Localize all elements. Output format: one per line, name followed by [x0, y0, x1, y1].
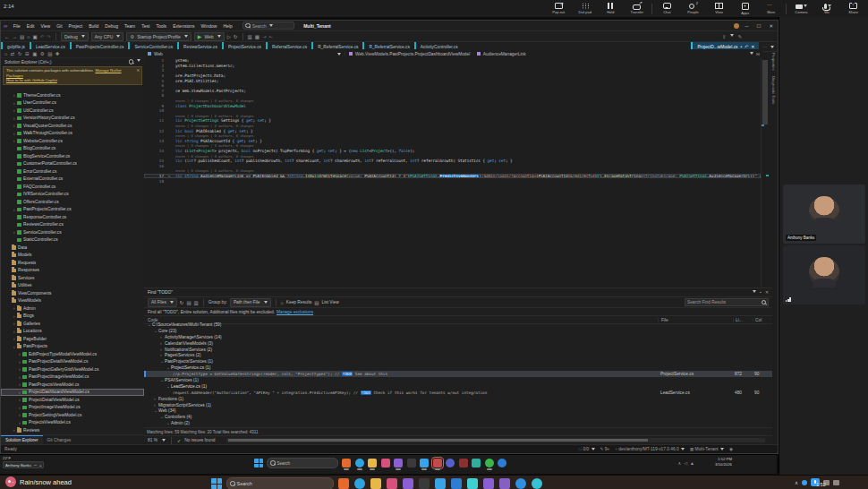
- solution-tree-item[interactable]: Services: [1, 274, 144, 282]
- shared-taskbar-weather[interactable]: 22°F Anthony Banks ─ +: [3, 456, 44, 468]
- dock-tab-solution-explorer[interactable]: Solution Explorer: [1, 435, 43, 444]
- taskbar-app-spotify[interactable]: [485, 459, 494, 468]
- taskbar-app-active-app[interactable]: [433, 459, 442, 468]
- volume-icon[interactable]: ◁: [684, 460, 687, 466]
- solution-tree-item[interactable]: ReviewsController.cs: [1, 221, 144, 229]
- home-icon[interactable]: ⌂: [4, 51, 7, 56]
- close-icon[interactable]: ✕: [136, 68, 140, 73]
- minimized-call-chip[interactable]: Anthony Banks ─ +: [3, 461, 44, 468]
- find-result-row[interactable]: ⌄Web (34): [144, 408, 772, 414]
- dock-tab-git-changes[interactable]: Git Changes: [43, 435, 76, 444]
- clock-time[interactable]: 1:52: [816, 482, 852, 487]
- uncomment-icon[interactable]: ▦: [255, 34, 260, 39]
- taskbar-app-outlook[interactable]: [435, 478, 446, 489]
- teams-control-mic[interactable]: Mic: [814, 1, 840, 17]
- run-button[interactable]: ▶ Web: [194, 32, 225, 41]
- solution-tree-item[interactable]: BlogController.cs: [1, 145, 144, 153]
- teams-control-share[interactable]: Share: [840, 1, 866, 17]
- preview-icon[interactable]: ▤: [47, 51, 52, 56]
- menu-view[interactable]: View: [38, 23, 54, 29]
- solution-tree-item[interactable]: ›PastProjectsViewModel.cs: [1, 381, 144, 389]
- solution-tree-item[interactable]: OffersController.cs: [1, 198, 144, 206]
- pin-icon[interactable]: •: [740, 45, 742, 49]
- project-dropdown[interactable]: Web: [144, 52, 345, 56]
- solution-tree-item[interactable]: BlogServiceController.cs: [1, 152, 144, 160]
- solution-tree-item[interactable]: ExternalController.cs: [1, 176, 144, 184]
- menu-team[interactable]: Team: [122, 23, 139, 29]
- undo-icon[interactable]: ↶: [40, 34, 45, 39]
- solution-tree-item[interactable]: Requests: [1, 259, 144, 267]
- participant-video-tile[interactable]: [783, 245, 865, 305]
- close-icon[interactable]: ✕: [751, 45, 754, 49]
- solution-tree-item[interactable]: ›ProjectImageViewModel.cs: [1, 404, 144, 412]
- refresh-icon[interactable]: ↻: [234, 34, 238, 39]
- solution-tree-item[interactable]: ›PastProjectImageViewModel.cs: [1, 373, 144, 382]
- solution-tree-item[interactable]: ›ProjectSettingViewModel.cs: [1, 411, 144, 419]
- find-result-row[interactable]: ⌄ProjectService.cs (1): [144, 365, 772, 371]
- solution-tree-item[interactable]: ›ProjectDetailViewModel.cs: [1, 396, 144, 404]
- teams-control-more[interactable]: More: [758, 1, 784, 17]
- taskbar-app-file-explorer[interactable]: [370, 478, 381, 489]
- repeat-find-icon[interactable]: ↻: [180, 300, 184, 305]
- teams-control-dialpad[interactable]: Dial pad: [572, 1, 598, 17]
- tray-chevron-icon[interactable]: ∧: [795, 480, 798, 485]
- find-result-row[interactable]: ›Functions (1): [144, 396, 772, 402]
- split-editor-icon[interactable]: ⊟: [756, 52, 760, 56]
- solution-tree-item[interactable]: Data: [1, 244, 144, 252]
- forward-icon[interactable]: →: [13, 34, 18, 39]
- bluetooth-icon[interactable]: [802, 480, 807, 485]
- find-result-row[interactable]: ›Pages\Services (2): [144, 352, 772, 358]
- solution-tree-item[interactable]: IVRServiceController.cs: [1, 191, 144, 199]
- taskbar-app-visual-studio[interactable]: [499, 478, 510, 489]
- taskbar-app-terminal[interactable]: [407, 459, 416, 468]
- scope-dropdown[interactable]: All Files: [148, 298, 177, 307]
- find-result-row[interactable]: ⌄C:\Source\features\Multi-Tenant (59): [144, 322, 772, 328]
- participant-video-tile[interactable]: Anthony Banks: [783, 184, 865, 244]
- maximize-button[interactable]: ☐: [754, 23, 762, 29]
- find-result-row[interactable]: ›ActivityManager\Services (14): [144, 334, 772, 340]
- solution-tree-item[interactable]: Models: [1, 252, 144, 260]
- back-icon[interactable]: ←: [4, 34, 10, 39]
- issues-indicator[interactable]: No issues found: [184, 438, 215, 442]
- solution-tree-item[interactable]: Responses: [1, 267, 144, 275]
- teams-control-transfer[interactable]: Transfer: [624, 1, 650, 17]
- start-without-debug-icon[interactable]: ▷: [227, 34, 231, 39]
- teams-control-people[interactable]: People: [680, 1, 706, 17]
- menu-build[interactable]: Build: [86, 23, 102, 29]
- git-branch[interactable]: ⑂ dev/anthony/MT-119-v17.0.46.0: [615, 447, 685, 451]
- minimize-icon[interactable]: ─: [34, 463, 37, 468]
- config-dropdown[interactable]: Debug: [61, 32, 89, 41]
- solution-tree-item[interactable]: ›VisualQuoterController.cs: [1, 122, 144, 130]
- solution-tree-item[interactable]: ›Locations: [1, 328, 144, 336]
- taskbar-app-edge[interactable]: [354, 478, 365, 489]
- windows-start-button[interactable]: [254, 459, 263, 468]
- git-repo[interactable]: ▦ Multi-Tenant: [690, 447, 724, 451]
- shared-taskbar-clock[interactable]: 1:52 PM 3/10/2026: [715, 457, 732, 467]
- menu-extensions[interactable]: Extensions: [170, 23, 198, 29]
- code-line[interactable]: 17✎lic string AudienceManagerLink => PSA…: [144, 174, 763, 179]
- taskbar-app-photos[interactable]: [387, 478, 397, 489]
- outdent-icon[interactable]: ⇤: [269, 34, 274, 39]
- solution-tree-item[interactable]: ›Blogs: [1, 313, 144, 321]
- type-member-dropdown[interactable]: Web.ViewModels.PastProjects.ProjectDashb…: [345, 52, 763, 56]
- menu-test[interactable]: Test: [139, 23, 153, 29]
- pin-icon[interactable]: ▪: [760, 290, 762, 295]
- close-button[interactable]: ✕: [767, 23, 775, 29]
- taskbar-app-store[interactable]: [451, 478, 462, 489]
- solution-tree-item[interactable]: ›PageBuilder: [1, 335, 144, 343]
- teams-control-apps[interactable]: Apps: [732, 1, 758, 17]
- vs-search-box[interactable]: Search: [243, 21, 294, 30]
- search-find-results-input[interactable]: Search Find Results: [685, 298, 769, 306]
- scrollbar-thumb[interactable]: [762, 60, 768, 124]
- find-result-row[interactable]: ›MigrationScript\Services (1): [144, 402, 772, 408]
- solution-tree-item[interactable]: ›Admin: [1, 305, 144, 313]
- menu-help[interactable]: Help: [220, 23, 235, 29]
- taskbar-app-slack[interactable]: [472, 459, 481, 468]
- bell-icon[interactable]: ◉: [729, 447, 733, 451]
- solution-tree-item[interactable]: ›Galleries: [1, 320, 144, 328]
- solution-tree-item[interactable]: ›PastProjectDetailViewModel.cs: [1, 358, 144, 366]
- taskbar-app-terminal[interactable]: [419, 478, 430, 489]
- new-file-icon[interactable]: ▤: [20, 34, 24, 39]
- taskbar-search-input[interactable]: Search: [226, 477, 334, 489]
- network-icon[interactable]: ▲: [690, 460, 694, 466]
